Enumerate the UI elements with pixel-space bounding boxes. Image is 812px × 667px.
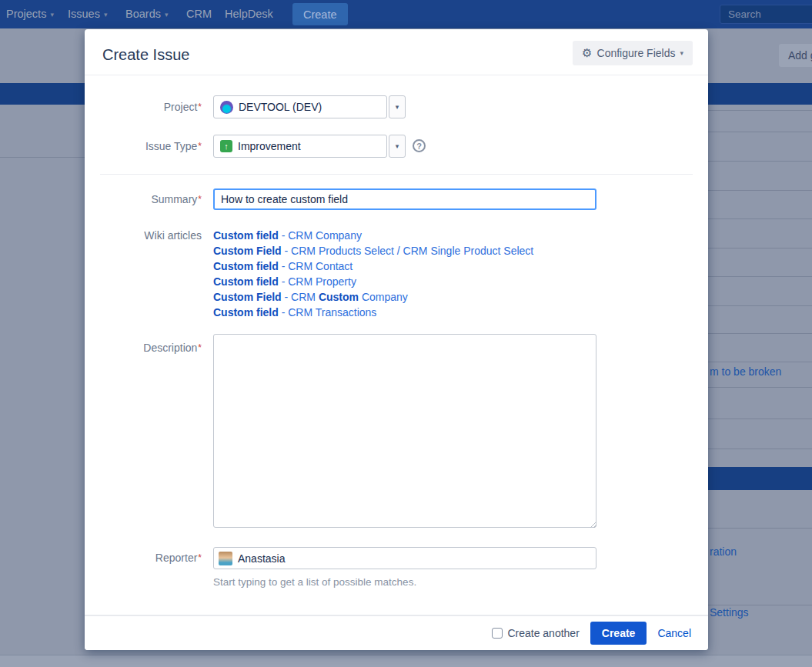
dialog-footer: Create another Create Cancel: [85, 615, 708, 650]
background-row-divider: [708, 110, 812, 111]
search-input[interactable]: [720, 5, 812, 24]
background-row-divider: [0, 157, 85, 158]
nav-boards[interactable]: Boards▾: [125, 0, 168, 28]
nav-boards-label: Boards: [125, 8, 161, 20]
background-row-divider: [708, 449, 812, 449]
chevron-down-icon: ▾: [396, 142, 399, 150]
nav-projects[interactable]: Projects▾: [6, 0, 54, 28]
wiki-article-link[interactable]: Custom Field - CRM Products Select / CRM…: [213, 243, 533, 258]
background-row-divider: [708, 362, 812, 362]
wiki-link-bold: Custom field: [213, 306, 279, 318]
nav-create-button[interactable]: Create: [292, 3, 348, 25]
background-row-divider: [708, 605, 812, 605]
background-row-divider: [708, 132, 812, 132]
wiki-link-text: - CRM Contact: [279, 260, 353, 272]
wiki-link-bold: Custom field: [213, 260, 279, 272]
reporter-input[interactable]: Anastasia: [213, 547, 596, 569]
required-asterisk: *: [198, 194, 202, 205]
wiki-articles-label: Wiki articles: [85, 228, 202, 243]
reporter-help-text: Start typing to get a list of possible m…: [213, 576, 416, 588]
wiki-link-bold: Custom Field: [213, 291, 282, 303]
wiki-article-link[interactable]: Custom field - CRM Contact: [213, 258, 533, 274]
reporter-avatar: [219, 552, 232, 565]
nav-helpdesk[interactable]: HelpDesk: [225, 0, 273, 28]
project-select-value[interactable]: DEVTOOL (DEV): [213, 95, 387, 118]
background-row-divider: [708, 387, 812, 388]
chevron-down-icon: ▾: [396, 103, 399, 111]
background-bottom-band: [0, 655, 812, 667]
background-row-divider: [708, 248, 812, 248]
issue-type-dropdown-button[interactable]: ▾: [389, 135, 406, 158]
cancel-link[interactable]: Cancel: [657, 627, 691, 639]
description-label-text: Description: [143, 342, 197, 354]
description-textarea[interactable]: [213, 334, 596, 528]
description-label: Description*: [85, 340, 202, 355]
issue-type-label: Issue Type*: [85, 135, 202, 158]
required-asterisk: *: [198, 141, 202, 152]
wiki-link-bold: Custom field: [213, 275, 279, 288]
configure-fields-label: Configure Fields: [597, 47, 676, 59]
background-row-divider: [708, 190, 812, 191]
required-asterisk: *: [198, 102, 202, 112]
background-link-ration[interactable]: ration: [710, 545, 737, 558]
background-section-header-bar: [708, 467, 812, 490]
question-mark-icon: ?: [416, 142, 422, 151]
background-row-divider: [708, 276, 812, 277]
required-asterisk: *: [198, 552, 202, 563]
chevron-down-icon: ▾: [165, 11, 169, 18]
reporter-value-text: Anastasia: [238, 552, 285, 565]
issue-type-value-text: Improvement: [238, 140, 301, 152]
nav-projects-label: Projects: [6, 8, 46, 20]
improvement-icon: ↑: [220, 140, 232, 152]
header-divider: [85, 75, 708, 75]
background-row-divider: [708, 218, 812, 219]
background-row-divider: [708, 305, 812, 306]
wiki-link-bold: Custom: [319, 291, 359, 303]
chevron-down-icon: ▾: [680, 49, 683, 57]
nav-crm[interactable]: CRM: [186, 0, 212, 28]
wiki-link-text: - CRM: [282, 291, 319, 303]
create-issue-dialog: Create Issue ⚙ Configure Fields ▾ Projec…: [85, 29, 708, 650]
project-label-text: Project: [164, 101, 198, 113]
create-another-checkbox[interactable]: [492, 628, 503, 639]
add-gadget-button[interactable]: Add g: [779, 44, 812, 67]
issue-type-select-value[interactable]: ↑ Improvement: [213, 135, 387, 158]
section-divider: [100, 174, 693, 175]
chevron-down-icon: ▾: [104, 11, 108, 18]
reporter-label: Reporter*: [85, 547, 202, 569]
wiki-link-bold: Custom field: [213, 229, 279, 242]
reporter-label-text: Reporter: [155, 552, 197, 564]
wiki-article-link[interactable]: Custom field - CRM Company: [213, 228, 533, 243]
issue-type-help-icon[interactable]: ?: [413, 139, 426, 152]
background-row-divider: [708, 161, 812, 162]
project-avatar-icon: [220, 101, 233, 114]
project-label: Project*: [85, 95, 202, 118]
wiki-article-link[interactable]: Custom Field - CRM Custom Company: [213, 289, 533, 305]
project-select-dropdown-button[interactable]: ▾: [389, 95, 406, 118]
summary-label: Summary*: [85, 188, 202, 210]
create-another-label[interactable]: Create another: [507, 627, 579, 639]
nav-issues-label: Issues: [68, 8, 100, 20]
nav-issues[interactable]: Issues▾: [68, 0, 107, 28]
summary-input[interactable]: [213, 188, 596, 210]
summary-label-text: Summary: [151, 193, 197, 205]
project-value-text: DEVTOOL (DEV): [239, 101, 322, 113]
wiki-articles-list: Custom field - CRM Company Custom Field …: [213, 228, 533, 320]
background-row-divider: [708, 333, 812, 334]
wiki-link-bold: Custom Field: [213, 245, 282, 257]
background-link-settings[interactable]: Settings: [710, 606, 749, 619]
chevron-down-icon: ▾: [50, 11, 54, 18]
top-navbar: Projects▾ Issues▾ Boards▾ CRM HelpDesk C…: [0, 0, 812, 28]
dialog-title: Create Issue: [102, 44, 189, 65]
wiki-link-text: - CRM Transactions: [279, 306, 377, 318]
background-row-divider: [708, 419, 812, 419]
configure-fields-button[interactable]: ⚙ Configure Fields ▾: [573, 41, 693, 65]
wiki-article-link[interactable]: Custom field - CRM Transactions: [213, 305, 533, 320]
create-button[interactable]: Create: [590, 622, 647, 645]
wiki-link-text: - CRM Products Select / CRM Single Produ…: [282, 245, 534, 257]
wiki-article-link[interactable]: Custom field - CRM Property: [213, 274, 533, 289]
gear-icon: ⚙: [582, 46, 592, 60]
background-link-broken[interactable]: m to be broken: [710, 365, 781, 378]
arrow-up-icon: ↑: [224, 142, 229, 151]
issue-type-label-text: Issue Type: [145, 140, 197, 152]
